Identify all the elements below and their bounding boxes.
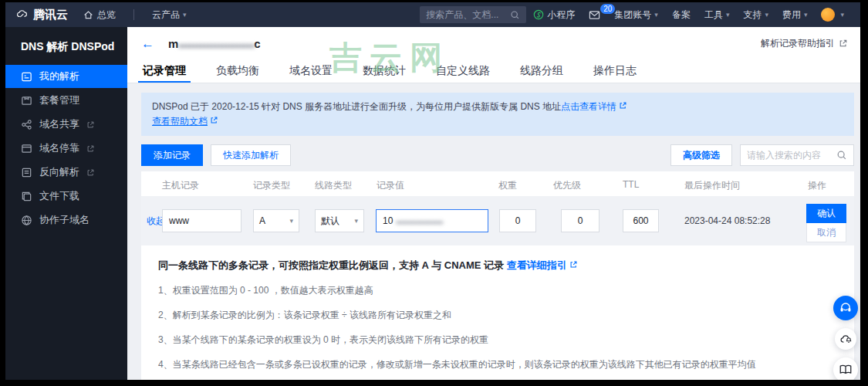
nav-search-box[interactable]: 搜索产品、文档... [420,6,526,23]
sidebar-item-my-resolution[interactable]: 我的解析 [5,65,127,88]
record-toolbar: 添加记录 快速添加解析 高级筛选 [141,144,854,166]
tab-line-groups[interactable]: 线路分组 [520,59,563,83]
weight-input[interactable] [499,209,536,232]
sidebar-item-domain-sharing[interactable]: 域名共享 [5,113,127,136]
sidebar-item-collaborative-subdomain[interactable]: 协作子域名 [5,208,127,232]
nav-group-account[interactable]: 集团账号▾ [607,8,665,22]
sidebar-item-file-download[interactable]: 文件下载 [5,185,127,208]
external-link-icon [86,144,95,153]
search-icon [836,150,847,161]
note-item-3: 3、当某个线路下的某条记录的权重设为 0 时，表示关闭该线路下所有记录的权重 [158,334,839,347]
last-operation-time: 2023-04-24 08:52:28 [684,215,770,226]
mini-program-icon [533,9,544,20]
tab-record-management[interactable]: 记录管理 [143,59,186,83]
nav-account[interactable]: ▾ [814,8,851,22]
back-arrow-icon[interactable]: ← [141,37,154,50]
tencent-cloud-logo[interactable]: 腾讯云 [16,5,68,24]
tab-custom-lines[interactable]: 自定义线路 [436,59,490,83]
nav-support[interactable]: 支持▾ [736,8,775,22]
tab-domain-settings[interactable]: 域名设置 [289,59,333,83]
external-link-icon [839,39,848,48]
col-type: 记录类型 [253,179,290,192]
record-help-link[interactable]: 解析记录帮助指引 [761,37,848,50]
sidebar-item-reverse-resolution[interactable]: 反向解析 [5,161,127,184]
notifications-fab[interactable] [835,328,856,350]
quick-add-button[interactable]: 快速添加解析 [211,144,291,166]
nav-divider [133,9,134,20]
nav-mini-program[interactable]: 小程序 [526,8,582,22]
external-link-icon [86,120,95,129]
nav-messages[interactable]: 20 [582,9,607,21]
page-header: ← m▬▬▬▬▬▬▬c 解析记录帮助指引 [127,27,860,59]
weight-notes: 同一条线路下的多条记录，可按照指定权重比例返回，支持 A 与 CNAME 记录 … [141,245,854,380]
nav-icp[interactable]: 备案 [665,8,697,22]
banner-detail-link[interactable]: 点击查看详情 [561,101,616,112]
chevron-down-icon: ▾ [654,11,658,19]
col-last-op-time: 最后操作时间 [684,179,740,192]
chevron-down-icon: ▾ [804,11,808,19]
chevron-down-icon: ▾ [354,217,358,225]
open-book-icon [839,363,853,377]
sidebar-item-domain-parking[interactable]: 域名停靠 [5,137,127,160]
banner-help-doc-link[interactable]: 查看帮助文档 [152,116,208,127]
chevron-down-icon: ▾ [289,217,293,225]
domain-title: m▬▬▬▬▬▬▬c [168,37,261,50]
tab-operation-logs[interactable]: 操作日志 [593,59,637,83]
mail-badge: 20 [600,4,615,14]
col-host: 主机记录 [162,179,199,192]
tab-load-balancing[interactable]: 负载均衡 [216,59,259,83]
banner-text: DNSPod 已于 2020-12-15 针对 DNS 服务器地址进行全面升级，… [152,101,561,112]
cancel-button[interactable]: 取消 [806,223,846,242]
row-action-buttons: 确认 取消 [806,204,846,242]
notes-title: 同一条线路下的多条记录，可按照指定权重比例返回，支持 A 与 CNAME 记录 … [158,259,839,273]
content-area: DNSPod 已于 2020-12-15 针对 DNS 服务器地址进行全面升级，… [127,84,860,380]
nav-billing[interactable]: 费用▾ [775,8,815,22]
nav-search-placeholder: 搜索产品、文档... [426,8,510,22]
external-link-icon [210,116,218,124]
record-search-input[interactable] [747,150,836,161]
external-link-icon [569,260,578,269]
console-window: 腾讯云 总览 云产品▾ 搜索产品、文档... 小程序 20 [5,2,860,380]
priority-input[interactable] [561,209,599,232]
nav-tools[interactable]: 工具▾ [697,8,737,22]
col-line: 线路类型 [315,179,352,192]
detail-guide-link[interactable]: 查看详细指引 [507,259,567,271]
sidebar-title: DNS 解析 DNSPod [5,27,127,65]
note-item-4: 4、当某条线路已经包含一条或多条已设权重的记录，修改或新增一条未设权重的记录时，… [158,358,839,371]
docs-fab[interactable] [833,357,858,380]
record-value-input[interactable]: 10▬▬▬▬▬▬ [376,209,488,232]
search-icon [510,10,520,20]
chevron-down-icon: ▾ [840,11,844,19]
mail-icon [589,9,600,21]
confirm-button[interactable]: 确认 [806,204,846,223]
col-weight: 权重 [498,179,517,192]
nav-overview[interactable]: 总览 [76,8,123,22]
tab-data-statistics[interactable]: 数据统计 [363,59,406,83]
record-search-box [740,144,854,166]
col-ttl: TTL [623,179,639,190]
record-edit-row: 收起 A▾ 默认▾ 10▬▬▬▬▬▬ 2023-04-24 08:52:28 [141,196,854,245]
add-record-button[interactable]: 添加记录 [141,144,203,166]
masked-domain-text: ▬▬▬▬▬▬▬ [178,37,254,50]
sidebar-item-plan-management[interactable]: 套餐管理 [5,89,127,112]
top-navbar: 腾讯云 总览 云产品▾ 搜索产品、文档... 小程序 20 [5,2,860,27]
document-icon [21,167,32,178]
copy-files-icon [21,191,32,202]
line-type-select[interactable]: 默认▾ [315,209,364,232]
external-link-icon [619,101,627,110]
col-actions: 操作 [808,179,826,192]
package-icon [21,95,32,107]
advanced-filter-button[interactable]: 高级筛选 [670,144,732,166]
nav-products[interactable]: 云产品▾ [145,8,194,22]
support-fab[interactable] [833,296,858,320]
browser-window-icon [21,143,32,154]
chevron-down-icon: ▾ [183,11,187,19]
share-icon [21,119,32,130]
avatar [821,8,835,22]
ttl-input[interactable] [623,209,659,232]
record-type-select[interactable]: A▾ [253,209,299,232]
home-icon [83,10,94,20]
cloud-bell-icon [839,333,853,346]
host-record-input[interactable] [162,209,241,232]
sidebar: DNS 解析 DNSPod 我的解析 套餐管理 域名共享 域名停靠 反向解析 文… [5,27,127,380]
